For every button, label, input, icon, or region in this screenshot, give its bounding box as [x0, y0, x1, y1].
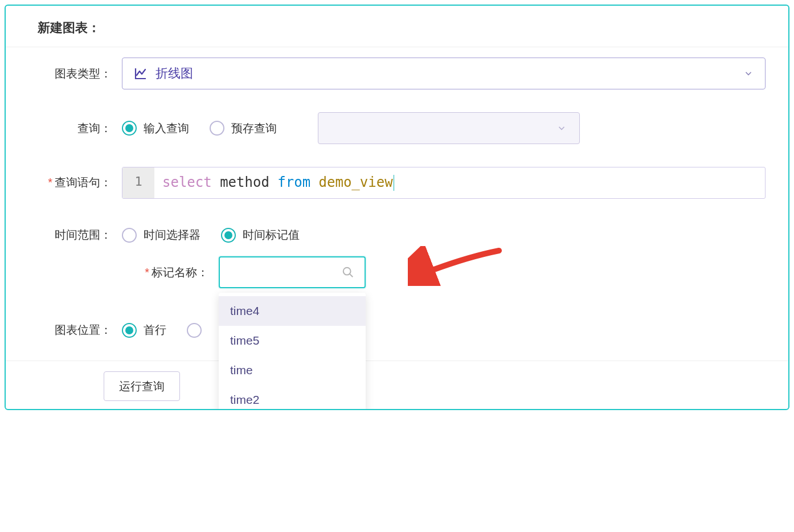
dropdown-item-time5[interactable]: time5 — [219, 326, 366, 355]
position-radio-group: 首行 — [122, 322, 202, 338]
radio-time-picker-label: 时间选择器 — [144, 227, 200, 243]
run-query-button[interactable]: 运行查询 — [104, 371, 180, 401]
query-label: 查询： — [38, 121, 112, 136]
text-caret — [394, 175, 394, 191]
chart-position-label: 图表位置： — [38, 322, 112, 338]
footer: 运行查询 — [6, 361, 788, 409]
marker-name-dropdown: time4 time5 time time2 — [219, 293, 366, 410]
dropdown-item-time[interactable]: time — [219, 355, 366, 385]
gutter: 1 — [122, 167, 154, 198]
radio-input-query-label: 输入查询 — [144, 121, 189, 136]
sql-text: select method from demo_view — [154, 167, 402, 198]
radio-preset-query-label: 预存查询 — [231, 121, 277, 136]
sql-row: *查询语句： 1 select method from demo_view — [38, 167, 766, 199]
pointer-arrow-icon — [408, 246, 510, 286]
radio-first-row-label: 首行 — [144, 322, 166, 338]
radio-circle-icon — [210, 121, 224, 136]
required-asterisk: * — [48, 176, 52, 189]
marker-name-input[interactable] — [219, 256, 366, 288]
radio-time-picker[interactable]: 时间选择器 — [122, 227, 200, 243]
marker-name-label-text: 标记名称： — [152, 266, 208, 279]
radio-circle-icon — [187, 323, 202, 338]
line-number: 1 — [134, 174, 142, 189]
sql-label: *查询语句： — [38, 167, 112, 190]
query-radio-group: 输入查询 预存查询 — [122, 112, 580, 144]
chevron-down-icon — [743, 68, 754, 79]
sql-editor[interactable]: 1 select method from demo_view — [122, 167, 766, 199]
new-chart-panel: 新建图表： 图表类型： 折线图 查询： — [5, 5, 789, 410]
time-range-row: 时间范围： 时间选择器 时间标记值 — [38, 227, 766, 243]
time-range-radio-group: 时间选择器 时间标记值 — [122, 227, 300, 243]
radio-dot-icon — [122, 121, 137, 136]
chart-type-text: 折线图 — [155, 65, 193, 82]
marker-name-label: *标记名称： — [38, 265, 208, 280]
chart-type-label: 图表类型： — [38, 66, 112, 81]
radio-partial[interactable] — [187, 323, 202, 338]
chart-type-value: 折线图 — [134, 65, 193, 82]
dropdown-item-time2[interactable]: time2 — [219, 385, 366, 410]
ident-table: demo_view — [319, 174, 393, 190]
marker-name-row: *标记名称： time4 time5 time — [38, 256, 766, 288]
radio-first-row[interactable]: 首行 — [122, 322, 166, 338]
time-range-label: 时间范围： — [38, 227, 112, 243]
chart-type-row: 图表类型： 折线图 — [38, 58, 766, 89]
chart-type-select[interactable]: 折线图 — [122, 58, 766, 89]
radio-dot-icon — [122, 323, 137, 338]
kw-select: select — [162, 174, 212, 190]
radio-time-marker-label: 时间标记值 — [243, 227, 300, 243]
chart-position-row: 图表位置： 首行 — [38, 322, 766, 338]
radio-dot-icon — [221, 228, 236, 243]
search-icon — [342, 266, 354, 279]
sql-label-text: 查询语句： — [55, 176, 112, 189]
radio-preset-query[interactable]: 预存查询 — [210, 121, 277, 136]
required-asterisk: * — [145, 266, 149, 279]
ident-method: method — [220, 174, 269, 190]
radio-input-query[interactable]: 输入查询 — [122, 121, 189, 136]
svg-point-0 — [343, 268, 351, 275]
chevron-down-icon — [556, 123, 567, 133]
dropdown-item-time4[interactable]: time4 — [219, 296, 366, 326]
panel-header: 新建图表： — [6, 6, 788, 47]
query-row: 查询： 输入查询 预存查询 — [38, 112, 766, 144]
radio-circle-icon — [122, 228, 137, 243]
kw-from: from — [277, 174, 310, 190]
panel-title: 新建图表： — [38, 19, 766, 36]
preset-query-select[interactable] — [318, 112, 580, 144]
line-chart-icon — [134, 67, 148, 80]
panel-body: 图表类型： 折线图 查询： 输入查询 — [6, 47, 788, 338]
radio-time-marker[interactable]: 时间标记值 — [221, 227, 300, 243]
